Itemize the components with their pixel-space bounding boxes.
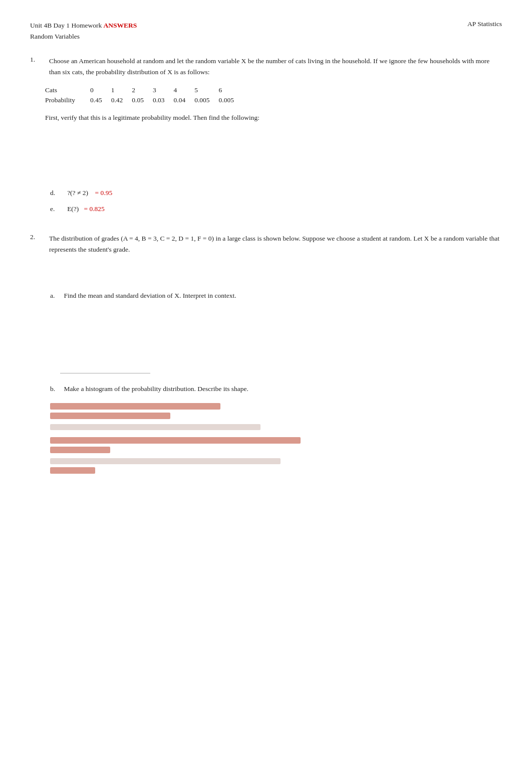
blurred-text-line-1 [50,424,260,430]
answer-e-text: E(?) [64,205,82,213]
table-header-5: 5 [194,85,218,95]
table-prob-6: 0.005 [219,95,243,105]
table-prob-3: 0.03 [153,95,174,105]
probability-table: Cats 0 1 2 3 4 5 6 Probability 0.45 0.42… [45,85,243,105]
sub-a-answer-area [60,366,502,373]
sub-a-text: Find the mean and standard deviation of … [64,292,236,299]
sub-a-label: a. [50,290,62,301]
blurred-block-2 [50,437,502,453]
table-prob-1: 0.42 [111,95,132,105]
sub-question-b: b. Make a histogram of the probability d… [50,383,502,395]
header-course: AP Statistics [467,20,502,28]
question-1-number: 1. [30,56,41,78]
sub-b-text: Make a histogram of the probability dist… [64,385,248,393]
verify-text: First, verify that this is a legitimate … [45,112,502,123]
header-subtitle: Random Variables [30,31,137,42]
answer-e-line: e. E(?) = 0.825 [50,204,502,215]
blurred-text-1 [50,424,502,433]
sub-question-a: a. Find the mean and standard deviation … [50,290,502,301]
blurred-answer-section [50,403,502,474]
table-header-2: 2 [132,85,153,95]
answer-d-text: ?(? ≠ 2) [64,189,93,197]
answer-d-block: d. ?(? ≠ 2) = 0.95 e. E(?) = 0.825 [50,187,502,215]
question-1-block: 1. Choose an American household at rando… [30,56,502,215]
table-probability-row: Probability 0.45 0.42 0.05 0.03 0.04 0.0… [45,95,243,105]
header-left: Unit 4B Day 1 Homework ANSWERS Random Va… [30,20,137,42]
title-answers: ANSWERS [104,22,137,29]
blurred-line-2b [50,447,110,453]
sub-a-underline [60,366,150,373]
table-prob-5: 0.005 [194,95,218,105]
question-1-text: Choose an American household at random a… [49,56,502,78]
blurred-text-line-2 [50,458,281,464]
table-prob-4: 0.04 [174,95,195,105]
table-header-cats: Cats [45,85,90,95]
sub-b-label: b. [50,383,62,395]
header-title: Unit 4B Day 1 Homework ANSWERS [30,20,137,31]
table-header-1: 1 [111,85,132,95]
table-label-probability: Probability [45,95,90,105]
answer-e-label: e. [50,204,62,215]
question-2-block: 2. The distribution of grades (A = 4, B … [30,233,502,474]
blurred-line-2a [50,437,301,444]
answer-d-label: d. [50,187,62,199]
table-prob-2: 0.05 [132,95,153,105]
question-2-text: The distribution of grades (A = 4, B = 3… [49,233,502,256]
answer-e-value: = 0.825 [84,205,104,213]
table-header-4: 4 [174,85,195,95]
table-header-0: 0 [90,85,111,95]
table-header-row: Cats 0 1 2 3 4 5 6 [45,85,243,95]
table-prob-0: 0.45 [90,95,111,105]
question-2-number: 2. [30,233,41,256]
answer-d-value: = 0.95 [95,189,113,197]
question-1-row: 1. Choose an American household at rando… [30,56,502,78]
table-header-3: 3 [153,85,174,95]
blurred-text-2 [50,458,502,474]
page-header: Unit 4B Day 1 Homework ANSWERS Random Va… [30,20,502,42]
blurred-line-1b [50,413,170,419]
blurred-block-1 [50,403,502,419]
question-2-row: 2. The distribution of grades (A = 4, B … [30,233,502,256]
answer-d-line: d. ?(? ≠ 2) = 0.95 [50,187,502,199]
table-header-6: 6 [219,85,243,95]
title-prefix: Unit 4B Day 1 Homework [30,22,104,29]
blurred-line-1a [50,403,220,410]
blurred-line-3 [50,467,95,474]
